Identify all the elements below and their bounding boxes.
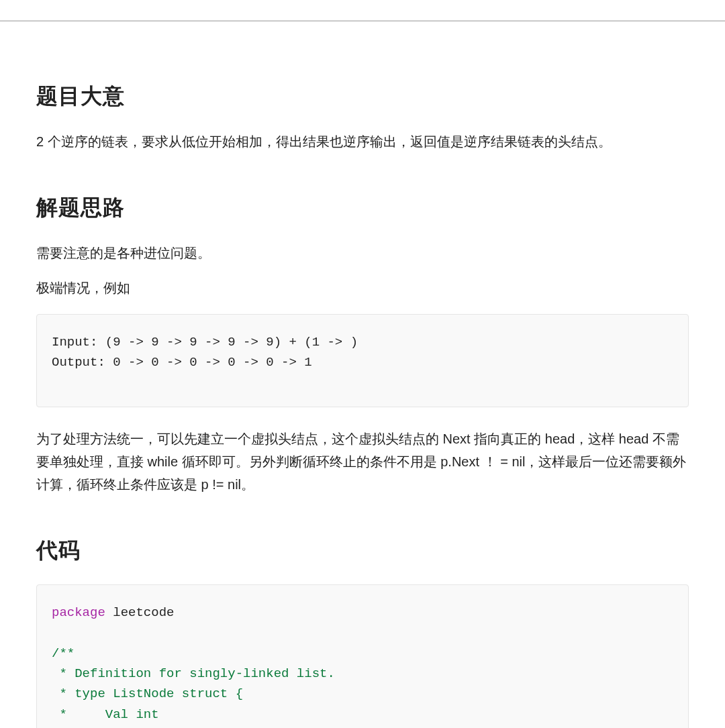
example-code-block: Input: (9 -> 9 -> 9 -> 9 -> 9) + (1 -> )…: [36, 314, 689, 407]
code-comment-block: /** * Definition for singly-linked list.…: [52, 646, 335, 728]
heading-approach: 解题思路: [36, 193, 689, 223]
solution-code-block: package leetcode /** * Definition for si…: [36, 584, 689, 728]
approach-paragraph-2: 极端情况，例如: [36, 276, 689, 299]
code-keyword-package: package: [52, 605, 105, 620]
meaning-paragraph-1: 2 个逆序的链表，要求从低位开始相加，得出结果也逆序输出，返回值是逆序结果链表的…: [36, 130, 689, 153]
heading-code: 代码: [36, 536, 689, 566]
code-package-name: leetcode: [105, 605, 175, 620]
top-divider: [0, 20, 725, 21]
document-body: 题目大意 2 个逆序的链表，要求从低位开始相加，得出结果也逆序输出，返回值是逆序…: [0, 82, 725, 728]
approach-paragraph-1: 需要注意的是各种进位问题。: [36, 242, 689, 264]
heading-meaning: 题目大意: [36, 82, 689, 111]
approach-paragraph-3: 为了处理方法统一，可以先建立一个虚拟头结点，这个虚拟头结点的 Next 指向真正…: [36, 427, 689, 496]
